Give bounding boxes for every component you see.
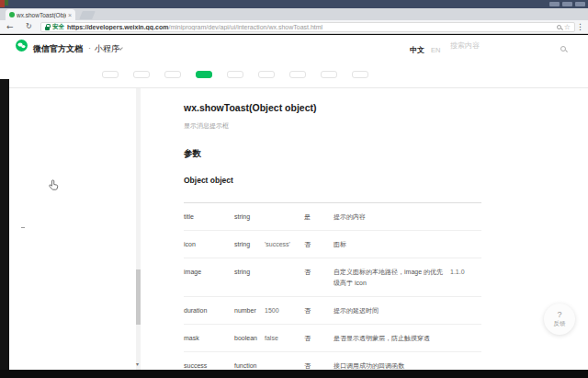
- table-row: title string 是 提示的内容: [184, 203, 481, 231]
- sidebar-scrollbar-thumb[interactable]: [136, 269, 141, 325]
- wechat-logo-icon: [16, 40, 28, 52]
- browser-toolbar: ← ↻ 安全 https://developers.weixin.qq.com/…: [0, 20, 588, 34]
- sidebar-item: [9, 191, 135, 200]
- cell-prop: duration: [184, 297, 234, 324]
- screen-edge-left: [0, 79, 9, 378]
- subnav-pill[interactable]: [102, 71, 119, 78]
- cell-version: [450, 352, 481, 370]
- subnav-pill[interactable]: [227, 71, 243, 78]
- search-icon[interactable]: [560, 46, 566, 52]
- screen: wx.showToast(Object... × ← ↻ 安全 https://…: [0, 0, 588, 378]
- cell-version: [450, 325, 481, 351]
- window-maximize-button[interactable]: [562, 2, 572, 6]
- site-header: 微信官方文档 · 小程序 中文 EN: [0, 35, 588, 62]
- cell-desc: 图标: [334, 231, 450, 258]
- cell-prop: image: [184, 258, 234, 295]
- cell-default: [265, 258, 304, 295]
- brand-separator: ·: [88, 43, 91, 52]
- search-input[interactable]: [450, 41, 553, 50]
- cell-default: [265, 352, 304, 370]
- cell-type: number: [234, 297, 265, 324]
- tab-title: wx.showToast(Object...: [17, 12, 66, 18]
- page-subtitle: 显示消息提示框: [184, 121, 588, 131]
- params-table: title string 是 提示的内容 icon string 'succes…: [184, 192, 481, 370]
- tab-favicon-icon: [9, 12, 15, 17]
- lock-icon: [45, 27, 50, 30]
- back-icon[interactable]: ←: [6, 23, 14, 31]
- desktop-artifact: [5, 0, 8, 6]
- reload-icon[interactable]: ↻: [26, 23, 32, 30]
- subnav-pill[interactable]: [321, 71, 337, 78]
- subnav-pill[interactable]: [289, 71, 306, 78]
- sidebar-item[interactable]: [9, 216, 135, 225]
- tab-close-icon[interactable]: ×: [68, 12, 72, 18]
- cell-type: string: [234, 258, 265, 295]
- subnav-pill[interactable]: [164, 71, 181, 78]
- sidebar-item: [9, 153, 135, 161]
- cell-prop: mask: [184, 325, 234, 351]
- cell-desc: 提示的延迟时间: [334, 297, 450, 324]
- subnav-pill[interactable]: [196, 71, 212, 78]
- product-switcher[interactable]: 小程序: [95, 43, 119, 55]
- cell-required: 否: [304, 325, 334, 351]
- cell-version: [450, 203, 481, 230]
- cell-default: 1500: [265, 297, 304, 324]
- url-path: /miniprogram/dev/api/ui/interaction/wx.s…: [168, 24, 322, 30]
- cell-desc: 自定义图标的本地路径，image 的优先级高于 icon: [334, 258, 450, 295]
- params-heading: 参数: [184, 148, 588, 160]
- subnav-pill[interactable]: [352, 71, 368, 78]
- feedback-label: 反馈: [554, 320, 566, 326]
- feedback-button[interactable]: ? 反馈: [544, 304, 575, 335]
- cell-prop: title: [184, 203, 234, 230]
- page-title: wx.showToast(Object object): [184, 102, 588, 113]
- subnav-pill[interactable]: [133, 71, 150, 78]
- cell-default: [265, 203, 304, 230]
- browser-tab-strip: wx.showToast(Object... ×: [0, 8, 588, 20]
- cell-version: [450, 297, 481, 324]
- screen-edge-bottom: [0, 370, 588, 378]
- brand-title: 微信官方文档: [33, 43, 83, 55]
- table-row: image string 否 自定义图标的本地路径，image 的优先级高于 i…: [184, 258, 481, 296]
- table-header-cell: [334, 192, 450, 202]
- browser-menu-icon[interactable]: ⋮: [576, 23, 584, 31]
- table-header-row: [184, 192, 481, 203]
- cell-required: 是: [304, 203, 334, 230]
- browser-tab[interactable]: wx.showToast(Object... ×: [6, 9, 75, 20]
- page: 微信官方文档 · 小程序 中文 EN wx.showToast(Object o…: [0, 35, 588, 370]
- cell-default: false: [265, 325, 304, 351]
- cell-required: 否: [304, 297, 334, 324]
- table-header-cell: [304, 192, 334, 202]
- sidebar: [9, 88, 135, 370]
- window-minimize-button[interactable]: [549, 2, 560, 6]
- url-text: https://developers.weixin.qq.com/minipro…: [67, 24, 554, 30]
- bookmark-star-icon[interactable]: ☆: [564, 24, 571, 31]
- scrollbar-down-arrow-icon[interactable]: ▾: [136, 361, 139, 367]
- cell-version: [450, 231, 481, 258]
- cell-desc: 接口调用成功的回调函数: [334, 352, 450, 370]
- table-header-cell: [184, 192, 234, 202]
- url-host: https://developers.weixin.qq.com: [67, 24, 168, 30]
- address-bar[interactable]: 安全 https://developers.weixin.qq.com/mini…: [40, 22, 575, 32]
- window-titlebar: [0, 0, 588, 8]
- cell-type: string: [234, 203, 265, 230]
- subnav-pill[interactable]: [258, 71, 275, 78]
- main-content: wx.showToast(Object object) 显示消息提示框 参数 O…: [135, 88, 588, 370]
- doc-subnav: [0, 62, 588, 87]
- sidebar-item: [9, 139, 135, 147]
- cell-prop: icon: [184, 231, 234, 258]
- table-body: title string 是 提示的内容 icon string 'succes…: [184, 203, 481, 370]
- lang-zh[interactable]: 中文: [410, 45, 424, 55]
- sidebar-item: [9, 166, 135, 175]
- table-header-cell: [234, 192, 265, 202]
- table-row: icon string 'success' 否 图标: [184, 231, 481, 258]
- cell-desc: 是否显示透明蒙层，防止触摸穿透: [334, 325, 450, 351]
- cell-type: function: [234, 352, 265, 370]
- zoom-icon[interactable]: [557, 25, 561, 29]
- cell-required: 否: [304, 231, 334, 258]
- window-close-button[interactable]: [575, 2, 585, 6]
- sidebar-scrollbar-track[interactable]: [136, 88, 141, 370]
- new-tab-button[interactable]: [79, 11, 96, 19]
- table-header-cell: [265, 192, 304, 202]
- lang-en[interactable]: EN: [431, 46, 440, 54]
- cell-default: 'success': [265, 231, 304, 258]
